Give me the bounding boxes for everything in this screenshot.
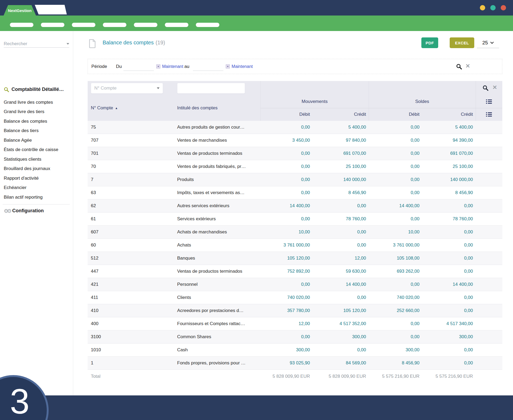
sidebar-item[interactable]: Statistiques clients [4,155,72,164]
cell-label: Fournisseurs et Comptes rattac… [174,321,261,326]
pdf-button[interactable]: PDF [421,37,438,48]
total-solde-credit: 5 575 216,90 EUR [422,374,476,379]
cell-mvt-debit: 0,00 [261,164,313,169]
to-now-link[interactable]: Maintenant [232,64,253,69]
clear-icon[interactable]: ✕ [465,63,470,69]
brand-tab[interactable]: NextGestion [3,5,36,16]
menu-item-placeholder[interactable] [41,23,64,27]
cell-label: Ventas de productos terminados [174,269,261,274]
cell-mvt-debit: 10,00 [261,229,313,235]
cell-mvt-credit: 691 070,00 [313,151,369,156]
sidebar-search-select[interactable]: Rechercher [4,40,69,48]
cell-label: Clients [174,295,261,300]
cell-account: 7 [88,177,174,182]
excel-button[interactable]: EXCEL [450,37,474,48]
cell-mvt-credit: 0,00 [313,229,369,235]
window-dot[interactable] [501,5,506,10]
page-size-select[interactable]: 25 [477,37,499,48]
cell-solde-debit: 0,00 [369,177,422,182]
sidebar-item[interactable]: États de contrôle de caisse [4,145,72,155]
to-date-input[interactable] [193,64,223,71]
table-body: 75Autres produits de gestion cour…0,005 … [88,121,502,370]
cell-mvt-debit: 12,00 [261,321,313,326]
table-row: 512Banques105 120,0012,00105 108,000,00 [88,252,502,265]
total-solde-debit: 5 575 216,90 EUR [369,374,422,379]
cell-solde-credit: 0,00 [422,308,476,313]
sidebar-item[interactable]: Balance des comptes [4,117,72,126]
cell-solde-credit: 0,00 [422,242,476,248]
column-header-solde-credit[interactable]: Crédit [422,108,476,121]
account-filter-select[interactable]: N° Compte [91,83,163,94]
column-header-label[interactable]: Intitulé des comptes [177,95,260,121]
search-icon[interactable] [482,85,489,91]
cell-solde-debit: 0,00 [369,151,422,156]
table-row: 447Ventas de productos terminados752 892… [88,265,502,278]
total-mvt-credit: 5 828 009,90 EUR [313,374,369,379]
cell-mvt-debit: 357 780,00 [261,308,313,313]
cell-account: 1 [88,360,174,366]
column-header-solde-debit[interactable]: Débit [369,108,422,121]
sort-asc-icon: ▲ [115,106,118,110]
cell-label: Banques [174,256,261,261]
cell-account: 701 [88,151,174,156]
table-header: N° Compte ✕ N° Compte▲ Intitulé des comp… [88,81,502,121]
menu-item-placeholder[interactable] [196,23,219,27]
period-filter-panel: Période Du Maintenant au Maintenant ✕ [88,59,502,74]
cell-solde-credit: 140 000,00 [422,177,476,182]
table-row: 60Achats3 761 000,000,003 761 000,000,00 [88,239,502,252]
page-title: Balance des comptes(19) [103,40,165,46]
column-header-mvt-debit[interactable]: Débit [261,108,313,121]
sidebar-item[interactable]: Rapport d'activité [4,174,72,183]
sidebar-item[interactable]: Balance des tiers [4,126,72,136]
cell-label: Ventas de productos terminados [174,151,261,156]
column-header-mvt-credit[interactable]: Crédit [313,108,369,121]
search-icon[interactable] [456,63,462,70]
window-dot[interactable] [480,5,485,10]
sidebar-item[interactable]: Brouillard des journaux [4,164,72,174]
calendar-icon[interactable] [156,64,160,68]
menu-columns-icon[interactable] [476,108,502,121]
menu-item-placeholder[interactable] [103,23,126,27]
cell-solde-credit: 300,00 [422,334,476,340]
cell-label: Common Shares [174,334,261,340]
record-count: (19) [156,40,165,45]
menu-item-placeholder[interactable] [134,23,157,27]
column-header-account[interactable]: N° Compte▲ [91,95,174,121]
cell-label: Acreedores por prestaciones d… [174,308,261,313]
cell-solde-debit: 740 020,00 [369,295,422,300]
sidebar-search-placeholder: Rechercher [4,41,27,47]
footer-bar [0,395,513,420]
cell-account: 411 [88,295,174,300]
menu-item-placeholder[interactable] [165,23,188,27]
sidebar-item[interactable]: Grand livre des comptes [4,98,72,107]
sidebar-item[interactable]: Balance Agée [4,136,72,145]
sidebar-item[interactable]: Bilan actif reporting [4,192,72,202]
table-row: 1010Cash300,000,00300,000,00 [88,344,502,357]
sidebar-section-header[interactable]: Comptabilité Détaillé… [4,87,64,92]
sidebar-item-configuration[interactable]: ⚙⚙ Configuration [4,208,44,214]
menu-columns-icon[interactable] [476,95,502,108]
window-dot[interactable] [490,5,496,10]
label-filter-input[interactable] [177,83,245,94]
cell-solde-credit: 0,00 [422,229,476,235]
cell-mvt-credit: 0,00 [313,242,369,248]
cell-mvt-credit: 300,00 [313,334,369,340]
sidebar-menu: Grand livre des comptesGrand livre des t… [4,98,72,202]
calendar-icon[interactable] [226,64,230,68]
menu-item-placeholder[interactable] [72,23,95,27]
cell-solde-credit: 0,00 [422,347,476,353]
table-row: 61Services extérieurs0,0078 760,000,0078… [88,213,502,226]
from-date-input[interactable] [123,64,154,71]
table-row: 411Clients740 020,000,00740 020,000,00 [88,291,502,304]
sidebar-item[interactable]: Grand livre des tiers [4,107,72,117]
menu-item-placeholder[interactable] [10,23,33,27]
clear-icon[interactable]: ✕ [492,84,497,91]
cell-account: 447 [88,269,174,274]
from-now-link[interactable]: Maintenant [162,64,183,69]
header-separator [476,81,476,121]
sidebar-item[interactable]: Echéancier [4,183,72,193]
cell-solde-debit: 300,00 [369,347,422,353]
cell-mvt-credit: 59 630,00 [313,269,369,274]
cell-solde-credit: 0,00 [422,269,476,274]
sidebar-section-label: Comptabilité Détaillé… [11,87,64,92]
